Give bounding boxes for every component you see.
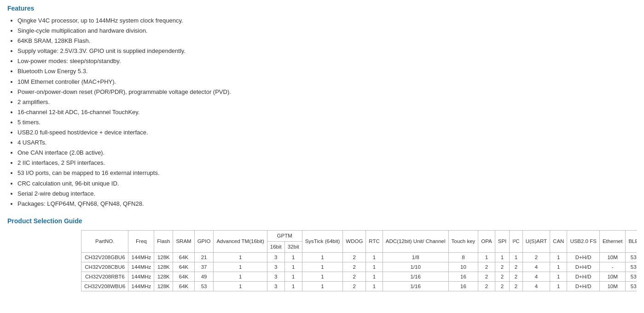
- cell-freq: 144MHz: [128, 272, 154, 281]
- feature-item: Packages: LQFP64M, QFN68, QFN48, QFN28.: [17, 199, 637, 209]
- cell-partno: CH32V208WBU6: [81, 281, 128, 291]
- cell-usb2: D+H/D: [567, 252, 600, 262]
- cell-i2c: 2: [510, 281, 522, 291]
- cell-systick: 1: [302, 272, 343, 281]
- cell-advanced_tm: 1: [214, 262, 267, 272]
- cell-opa: 1: [478, 252, 495, 262]
- cell-ethernet: -: [599, 262, 625, 272]
- col-header-touch-key: Touch key: [448, 230, 478, 252]
- cell-gptm_16bit: 3: [267, 262, 284, 272]
- feature-item: CRC calculation unit, 96-bit unique ID.: [17, 179, 637, 189]
- cell-gptm_16bit: 3: [267, 252, 284, 262]
- cell-can: 1: [550, 252, 567, 262]
- cell-systick: 1: [302, 252, 343, 262]
- product-selection-section: Product Selection Guide PartNO. Freq Fla…: [7, 217, 637, 291]
- cell-adc: 1/10: [383, 262, 448, 272]
- col-header-rtc: RTC: [366, 230, 383, 252]
- feature-item: 10M Ethernet controller (MAC+PHY).: [17, 77, 637, 87]
- cell-usb2: D+H/D: [567, 262, 600, 272]
- cell-flash: 128K: [154, 272, 173, 281]
- cell-adc: 1/8: [383, 252, 448, 262]
- cell-spi: 2: [495, 262, 510, 272]
- feature-item: Qingke V4C processor, up to 144MHz syste…: [17, 16, 637, 26]
- table-row: CH32V208GBU6144MHz128K64K211311211/88111…: [81, 252, 637, 262]
- feature-item: Single-cycle multiplication and hardware…: [17, 26, 637, 36]
- cell-gptm_32bit: 1: [284, 281, 302, 291]
- cell-rtc: 1: [366, 262, 383, 272]
- feature-item: 2 amplifiers.: [17, 97, 637, 107]
- cell-i2c: 2: [510, 272, 522, 281]
- cell-touch_key: 8: [448, 252, 478, 262]
- feature-item: Serial 2-wire debug interface.: [17, 189, 637, 199]
- cell-freq: 144MHz: [128, 262, 154, 272]
- cell-gptm_16bit: 3: [267, 272, 284, 281]
- cell-wdog: 2: [343, 262, 366, 272]
- cell-systick: 1: [302, 281, 343, 291]
- cell-ethernet: 10M: [599, 272, 625, 281]
- cell-adc: 1/16: [383, 281, 448, 291]
- cell-rtc: 1: [366, 272, 383, 281]
- col-header-adc: ADC(12bit) Unit/ Channel: [383, 230, 448, 252]
- cell-wdog: 2: [343, 252, 366, 262]
- cell-ble: 53: [626, 252, 637, 262]
- col-header-opa: OPA: [478, 230, 495, 252]
- feature-item: Bluetooth Low Energy 5.3.: [17, 66, 637, 76]
- cell-sram: 64K: [173, 252, 194, 262]
- feature-item: 4 USARTs.: [17, 138, 637, 148]
- cell-usart: 4: [522, 281, 550, 291]
- cell-gpio: 21: [194, 252, 214, 262]
- col-header-sram: SRAM: [173, 230, 194, 252]
- product-table: PartNO. Freq Flash SRAM GPIO Advanced TM…: [81, 230, 637, 291]
- col-header-wdog: WDOG: [343, 230, 366, 252]
- feature-item: Supply voltage: 2.5V/3.3V. GPIO unit is …: [17, 46, 637, 56]
- cell-rtc: 1: [366, 281, 383, 291]
- feature-item: Power-on/power-down reset (POR/PDR), pro…: [17, 87, 637, 97]
- col-header-spi: SPI: [495, 230, 510, 252]
- col-header-partno: PartNO.: [81, 230, 128, 252]
- cell-spi: 2: [495, 281, 510, 291]
- feature-item: 64KB SRAM, 128KB Flash.: [17, 36, 637, 46]
- cell-ble: 53: [626, 272, 637, 281]
- cell-usb2: D+H/D: [567, 281, 600, 291]
- col-header-ble: BLE: [626, 230, 637, 252]
- feature-item: 16-channel 12-bit ADC, 16-channel TouchK…: [17, 107, 637, 117]
- cell-freq: 144MHz: [128, 252, 154, 262]
- cell-spi: 2: [495, 272, 510, 281]
- cell-ble: 53: [626, 262, 637, 272]
- feature-item: USB2.0 full-speed host/device + device i…: [17, 128, 637, 138]
- cell-freq: 144MHz: [128, 281, 154, 291]
- cell-ethernet: 10M: [599, 252, 625, 262]
- col-header-gptm-group: GPTM: [267, 230, 302, 241]
- cell-wdog: 2: [343, 281, 366, 291]
- cell-spi: 1: [495, 252, 510, 262]
- cell-usb2: D+H/D: [567, 272, 600, 281]
- feature-item: 53 I/O ports, can be mapped to 16 extern…: [17, 168, 637, 178]
- cell-i2c: 2: [510, 262, 522, 272]
- cell-usart: 4: [522, 262, 550, 272]
- cell-advanced_tm: 1: [214, 281, 267, 291]
- cell-flash: 128K: [154, 281, 173, 291]
- cell-touch_key: 16: [448, 272, 478, 281]
- table-row: CH32V208RBT6144MHz128K64K491311211/16162…: [81, 272, 637, 281]
- col-header-gpio: GPIO: [194, 230, 214, 252]
- col-header-freq: Freq: [128, 230, 154, 252]
- cell-gptm_16bit: 3: [267, 281, 284, 291]
- table-row: CH32V208WBU6144MHz128K64K531311211/16162…: [81, 281, 637, 291]
- cell-partno: CH32V208GBU6: [81, 252, 128, 262]
- product-selection-heading: Product Selection Guide: [7, 217, 637, 225]
- col-header-flash: Flash: [154, 230, 173, 252]
- cell-sram: 64K: [173, 281, 194, 291]
- cell-ble: 53: [626, 281, 637, 291]
- col-header-systick: SysTick (64bit): [302, 230, 343, 252]
- cell-adc: 1/16: [383, 272, 448, 281]
- col-header-ethernet: Ethernet: [599, 230, 625, 252]
- feature-item: 2 IIC interfaces, 2 SPI interfaces.: [17, 158, 637, 168]
- cell-advanced_tm: 1: [214, 272, 267, 281]
- cell-usart: 4: [522, 272, 550, 281]
- col-header-usart: U(S)ART: [522, 230, 550, 252]
- cell-ethernet: 10M: [599, 281, 625, 291]
- cell-advanced_tm: 1: [214, 252, 267, 262]
- cell-gpio: 49: [194, 272, 214, 281]
- cell-flash: 128K: [154, 262, 173, 272]
- cell-flash: 128K: [154, 252, 173, 262]
